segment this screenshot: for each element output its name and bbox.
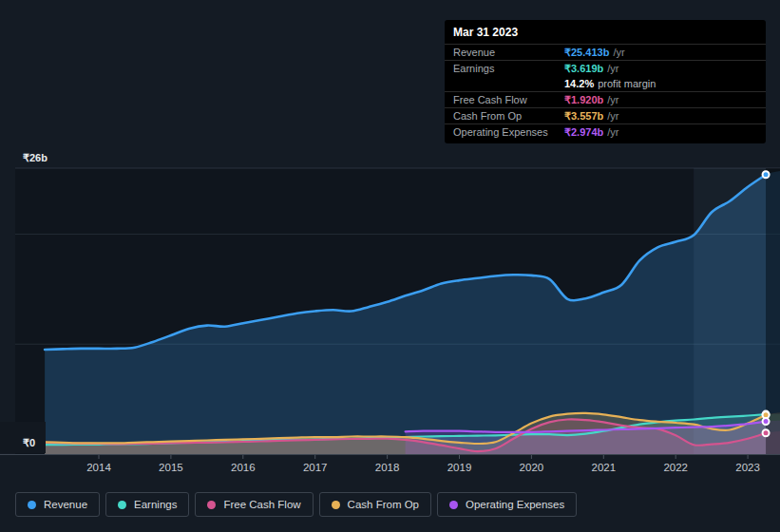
y-max-label: ₹26b bbox=[23, 152, 48, 163]
end-marker-opex[interactable] bbox=[763, 418, 770, 425]
x-tick-label: 2014 bbox=[86, 462, 111, 473]
x-tick-label: 2018 bbox=[375, 462, 400, 473]
x-tick-label: 2020 bbox=[520, 462, 544, 473]
tooltip: Mar 31 2023 Revenue ₹25.413b /yr Earning… bbox=[445, 20, 766, 143]
legend-item-operating-expenses[interactable]: Operating Expenses bbox=[437, 492, 577, 517]
legend-item-cash-from-op[interactable]: Cash From Op bbox=[319, 492, 431, 517]
legend-item-label: Cash From Op bbox=[348, 499, 419, 510]
hover-highlight-band bbox=[694, 168, 766, 454]
end-marker-revenue[interactable] bbox=[763, 171, 770, 178]
earnings-dot-icon bbox=[118, 501, 126, 509]
tooltip-row-operating-expenses: Operating Expenses ₹2.974b /yr bbox=[445, 124, 766, 140]
tooltip-row-cash-from-op: Cash From Op ₹3.557b /yr bbox=[445, 107, 766, 124]
chart-page: 2014201520162017201820192020202120222023… bbox=[0, 0, 780, 532]
revenue-dot-icon bbox=[28, 501, 36, 509]
legend: Revenue Earnings Free Cash Flow Cash Fro… bbox=[15, 492, 577, 517]
x-tick-label: 2017 bbox=[303, 462, 328, 473]
tooltip-row-free-cash-flow: Free Cash Flow ₹1.920b /yr bbox=[445, 91, 766, 107]
cash-from-op-dot-icon bbox=[332, 501, 340, 509]
tooltip-date: Mar 31 2023 bbox=[445, 20, 766, 44]
legend-item-label: Operating Expenses bbox=[466, 499, 564, 510]
x-tick-label: 2023 bbox=[735, 462, 760, 473]
legend-item-earnings[interactable]: Earnings bbox=[105, 492, 189, 517]
free-cash-flow-dot-icon bbox=[207, 501, 216, 509]
tooltip-row-revenue: Revenue ₹25.413b /yr bbox=[445, 44, 766, 60]
y-zero-label: ₹0 bbox=[23, 437, 35, 448]
end-marker-fcf[interactable] bbox=[763, 429, 770, 436]
legend-item-revenue[interactable]: Revenue bbox=[15, 492, 100, 517]
tooltip-row-profit-margin: 14.2% profit margin bbox=[445, 76, 766, 91]
x-tick-label: 2021 bbox=[592, 462, 617, 473]
tooltip-row-earnings: Earnings ₹3.619b /yr bbox=[445, 60, 766, 76]
x-tick-label: 2019 bbox=[447, 462, 472, 473]
legend-item-label: Free Cash Flow bbox=[223, 499, 300, 510]
legend-item-free-cash-flow[interactable]: Free Cash Flow bbox=[195, 492, 313, 517]
x-tick-label: 2015 bbox=[159, 462, 183, 473]
x-tick-label: 2022 bbox=[663, 462, 688, 473]
x-tick-label: 2016 bbox=[231, 462, 256, 473]
operating-expenses-dot-icon bbox=[449, 501, 458, 509]
legend-item-label: Earnings bbox=[134, 499, 177, 510]
legend-item-label: Revenue bbox=[44, 499, 87, 510]
